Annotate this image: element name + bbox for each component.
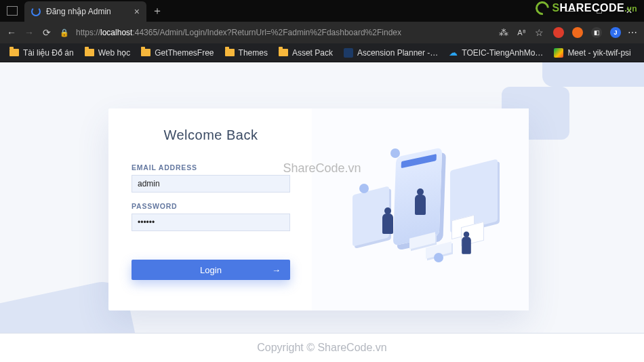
password-label: PASSWORD (132, 202, 290, 210)
text-size-icon[interactable]: A⁸ (515, 28, 527, 37)
login-button[interactable]: Login → (132, 260, 290, 280)
bookmarks-overflow[interactable]: Các mục yêu thích khác (641, 47, 644, 59)
new-tab-button[interactable]: ＋ (152, 4, 163, 18)
bookmark-label: Web học (98, 48, 130, 58)
address-bar: ← → ⟳ 🔒 https://localhost:44365/Admin/Lo… (0, 22, 644, 43)
login-form: Welcome Back EMAIL ADDRESS PASSWORD Logi… (108, 108, 312, 310)
bookmark-label: Themes (239, 48, 268, 58)
bookmark-label: Asset Pack (292, 48, 333, 58)
bookmark-label: GetThemesFree (155, 48, 214, 58)
url-text[interactable]: https://localhost:44365/Admin/Login/Inde… (76, 28, 492, 37)
password-field[interactable] (132, 214, 290, 231)
extension-icon-1[interactable] (553, 27, 564, 38)
watermark-logo: SHARECODE.vn (536, 1, 637, 15)
meet-icon (554, 48, 563, 58)
nav-refresh-icon[interactable]: ⟳ (41, 27, 53, 38)
extensions-menu-icon[interactable]: ⋯ (626, 27, 639, 38)
bookmark-label: Meet - yik-twif-psi (567, 48, 630, 58)
login-card: Welcome Back EMAIL ADDRESS PASSWORD Logi… (108, 108, 529, 310)
folder-icon (141, 49, 150, 56)
bookmark-item[interactable]: Ascension Planner -… (340, 47, 442, 59)
bookmark-item[interactable]: Themes (221, 47, 272, 59)
bookmark-item[interactable]: Web học (81, 47, 134, 59)
read-aloud-icon[interactable]: ⁂ (498, 27, 510, 38)
arrow-right-icon: → (272, 265, 281, 275)
url-host: localhost (100, 28, 132, 37)
email-field[interactable] (132, 175, 290, 193)
extension-icon-2[interactable] (572, 27, 583, 38)
login-heading: Welcome Back (132, 127, 290, 143)
bookmark-label: Ascension Planner -… (357, 48, 438, 58)
cloud-icon: ☁ (449, 47, 458, 58)
folder-icon (9, 49, 19, 56)
decorative-shape (542, 62, 644, 87)
login-illustration (312, 108, 529, 310)
nav-back-icon[interactable]: ← (5, 27, 18, 38)
url-path: :44365/Admin/Login/Index?ReturnUrl=%2Fad… (132, 28, 401, 37)
bookmark-label: Tài liệu Đồ án (23, 48, 74, 58)
logo-vn: .vn (624, 4, 637, 14)
folder-icon (225, 49, 235, 56)
bookmark-label: TOEIC-TiengAnhMo… (462, 48, 543, 58)
logo-s: S (552, 2, 559, 14)
extension-icon-4[interactable]: J (610, 27, 621, 38)
tab-favicon-spinner-icon (31, 7, 41, 16)
site-lock-icon[interactable]: 🔒 (58, 28, 71, 37)
folder-icon (279, 49, 288, 56)
close-tab-icon[interactable]: × (134, 6, 140, 17)
extension-icon-3[interactable]: ◧ (591, 27, 602, 38)
logo-rest: HARECODE (560, 2, 625, 14)
email-label: EMAIL ADDRESS (132, 163, 290, 172)
bookmarks-bar: Tài liệu Đồ án Web học GetThemesFree The… (0, 43, 644, 62)
bookmark-item[interactable]: Asset Pack (275, 47, 337, 59)
login-button-label: Login (200, 265, 222, 275)
page-viewport: Welcome Back EMAIL ADDRESS PASSWORD Logi… (0, 62, 644, 362)
favorites-star-icon[interactable]: ☆ (533, 27, 545, 38)
browser-tab[interactable]: Đăng nhập Admin × (24, 1, 146, 22)
url-scheme: https:// (76, 28, 100, 37)
folder-icon (85, 49, 94, 56)
bookmark-item[interactable]: ☁TOEIC-TiengAnhMo… (445, 46, 547, 59)
tab-strip-icon[interactable] (7, 6, 18, 16)
site-icon (344, 48, 353, 58)
tab-title: Đăng nhập Admin (46, 7, 129, 16)
page-footer: Copyright © ShareCode.vn (0, 333, 644, 362)
bookmark-item[interactable]: GetThemesFree (137, 47, 218, 59)
bookmark-item[interactable]: Tài liệu Đồ án (5, 47, 78, 59)
nav-forward-icon[interactable]: → (23, 27, 35, 38)
bookmark-item[interactable]: Meet - yik-twif-psi (550, 47, 635, 59)
